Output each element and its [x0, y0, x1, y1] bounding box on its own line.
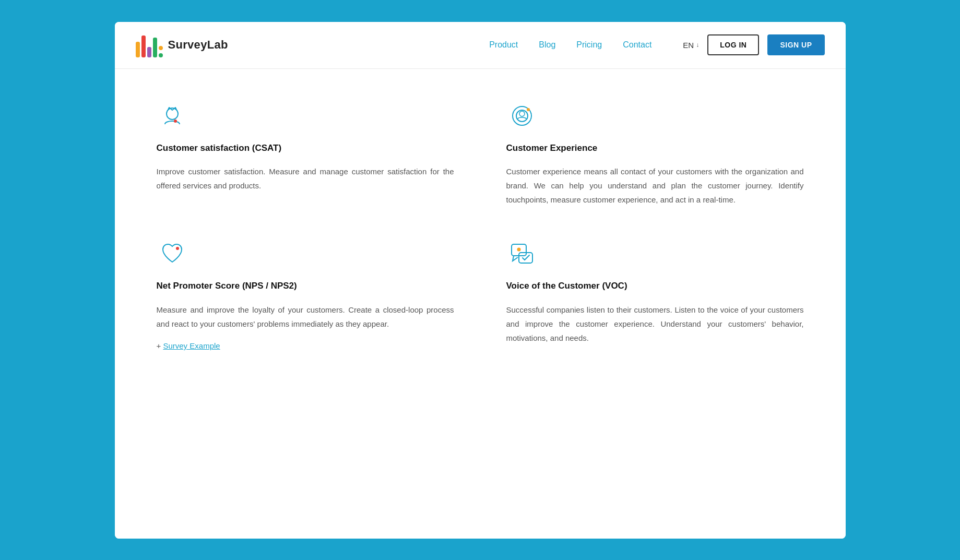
cx-icon [506, 100, 538, 132]
language-selector[interactable]: EN ↓ [683, 41, 699, 50]
chevron-down-icon: ↓ [696, 41, 699, 49]
voc-icon [506, 238, 538, 269]
logo-text: SurveyLab [168, 38, 228, 52]
header: SurveyLab Product Blog Pricing Contact E… [115, 22, 846, 69]
nps-survey-link[interactable]: Survey Example [163, 341, 220, 350]
signup-button[interactable]: SIGN UP [767, 34, 824, 55]
svg-point-5 [527, 108, 530, 111]
header-actions: EN ↓ LOG IN SIGN UP [683, 34, 824, 55]
feature-card-cx: Customer Experience Customer experience … [506, 100, 804, 207]
csat-icon [157, 100, 188, 132]
svg-point-4 [519, 111, 525, 116]
svg-point-1 [174, 120, 177, 123]
nps-link-container: + Survey Example [157, 341, 454, 351]
login-button[interactable]: LOG IN [707, 34, 759, 55]
cx-title: Customer Experience [506, 142, 804, 154]
voc-desc: Successful companies listen to their cus… [506, 303, 804, 345]
cx-desc: Customer experience means all contact of… [506, 164, 804, 207]
nav-contact[interactable]: Contact [623, 40, 651, 50]
csat-desc: Improve customer satisfaction. Measure a… [157, 164, 454, 193]
svg-point-9 [517, 248, 520, 252]
main-content: Customer satisfaction (CSAT) Improve cus… [115, 69, 846, 539]
svg-point-2 [516, 110, 528, 122]
feature-card-voc: Voice of the Customer (VOC) Successful c… [506, 238, 804, 351]
features-grid: Customer satisfaction (CSAT) Improve cus… [157, 100, 804, 351]
nps-link-prefix: + [157, 341, 163, 350]
nav-blog[interactable]: Blog [539, 40, 555, 50]
nav-pricing[interactable]: Pricing [576, 40, 602, 50]
nps-desc: Measure and improve the loyalty of your … [157, 303, 454, 331]
svg-point-6 [176, 247, 179, 250]
feature-card-nps: Net Promoter Score (NPS / NPS2) Measure … [157, 238, 454, 351]
nps-title: Net Promoter Score (NPS / NPS2) [157, 280, 454, 292]
nps-icon [157, 238, 188, 269]
main-nav: Product Blog Pricing Contact [489, 40, 651, 50]
lang-label: EN [683, 41, 694, 50]
logo[interactable]: SurveyLab [136, 32, 228, 57]
csat-title: Customer satisfaction (CSAT) [157, 142, 454, 154]
logo-icon [136, 32, 163, 57]
feature-card-csat: Customer satisfaction (CSAT) Improve cus… [157, 100, 454, 207]
voc-title: Voice of the Customer (VOC) [506, 280, 804, 292]
nav-product[interactable]: Product [489, 40, 518, 50]
